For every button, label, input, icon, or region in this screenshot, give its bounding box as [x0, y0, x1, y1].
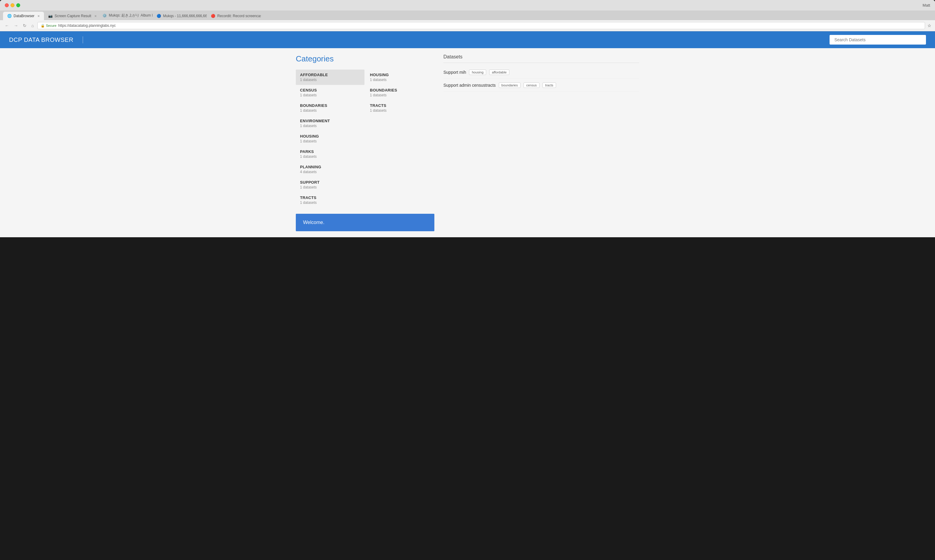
secure-badge: 🔒 Secure [41, 24, 56, 28]
category-count: 1 datasets [370, 93, 430, 97]
tab-mukqs1[interactable]: ⚙️ Mukqs: 起き上がり Album Rev... ✕ [98, 11, 152, 20]
tab-favicon: 🌐 [7, 14, 12, 18]
tab-close-button[interactable]: ✕ [37, 14, 40, 18]
back-button[interactable]: ← [4, 23, 10, 29]
secure-label: Secure [46, 24, 56, 28]
categories-column-right: HOUSING 1 datasets BOUNDARIES 1 datasets… [366, 69, 434, 208]
home-button[interactable]: ⌂ [30, 23, 35, 29]
category-item-boundaries[interactable]: BOUNDARIES 1 datasets [296, 100, 365, 115]
dataset-item-support-admin[interactable]: Support admin censustracts boundaries ce… [444, 79, 639, 92]
category-item-tracts[interactable]: TRACTS 1 datasets [296, 192, 365, 208]
category-name: BOUNDARIES [300, 103, 360, 108]
browser-dots [5, 3, 20, 7]
search-input[interactable] [830, 35, 926, 45]
tab-favicon: 🔵 [157, 14, 161, 18]
categories-grid: AFFORDABLE 1 datasets CENSUS 1 datasets … [296, 69, 434, 208]
category-name: SUPPORT [300, 180, 360, 185]
tab-favicon: ⚙️ [102, 14, 107, 18]
dataset-tag-tracts[interactable]: tracts [542, 83, 556, 88]
dataset-tag-census[interactable]: census [524, 83, 539, 88]
maximize-button[interactable] [16, 3, 20, 7]
tab-mukqs2[interactable]: 🔵 Mukqs - 11,666,666,666,666... ✕ [152, 12, 206, 20]
category-count: 1 datasets [300, 124, 360, 128]
forward-button[interactable]: → [13, 23, 19, 29]
categories-title: Categories [296, 54, 434, 63]
category-count: 1 datasets [300, 154, 360, 158]
category-count: 1 datasets [300, 108, 360, 112]
left-panel: Categories AFFORDABLE 1 datasets CENSUS … [296, 54, 434, 231]
welcome-banner: Welcome. [296, 214, 434, 231]
tab-favicon: 🔴 [211, 14, 216, 18]
address-icons: ☆ [927, 23, 931, 28]
tab-favicon: 📷 [48, 14, 53, 18]
browser-tabs: 🌐 DataBrowser ✕ 📷 Screen Capture Result … [0, 11, 935, 20]
tab-label: Mukqs - 11,666,666,666,666... [163, 14, 206, 18]
category-item-planning[interactable]: PLANNING 4 datasets [296, 162, 365, 177]
category-item-housing[interactable]: HOUSING 1 datasets [296, 131, 365, 146]
right-panel: Datasets Support mih housing affordable … [444, 54, 639, 231]
category-name: HOUSING [300, 134, 360, 138]
category-count: 1 datasets [370, 78, 430, 82]
minimize-button[interactable] [11, 3, 14, 7]
category-count: 1 datasets [300, 185, 360, 189]
category-name: ENVIRONMENT [300, 118, 360, 123]
dataset-tag-affordable[interactable]: affordable [489, 69, 509, 75]
search-box [830, 35, 926, 45]
dataset-tag-housing[interactable]: housing [469, 69, 486, 75]
reload-button[interactable]: ↻ [22, 23, 28, 29]
category-item-census[interactable]: CENSUS 1 datasets [296, 85, 365, 100]
category-name: TRACTS [300, 195, 360, 200]
dataset-name: Support mih [444, 70, 466, 75]
site-title[interactable]: DCP DATA BROWSER [9, 37, 83, 43]
tab-databrowser[interactable]: 🌐 DataBrowser ✕ [3, 12, 44, 20]
category-count: 1 datasets [300, 78, 360, 82]
category-name: CENSUS [300, 88, 360, 92]
category-item-environment[interactable]: ENVIRONMENT 1 datasets [296, 115, 365, 131]
category-count: 4 datasets [300, 170, 360, 174]
category-count: 1 datasets [300, 93, 360, 97]
browser-addressbar: ← → ↻ ⌂ 🔒 Secure https://datacatalog.pla… [0, 20, 935, 31]
tab-label: Screen Capture Result [54, 14, 91, 18]
category-count: 1 datasets [300, 139, 360, 143]
user-name: Matt [923, 3, 930, 8]
close-button[interactable] [5, 3, 9, 7]
tab-recordit[interactable]: 🔴 Recordit: Record screencasts... ✕ [206, 12, 261, 20]
category-item-support[interactable]: SUPPORT 1 datasets [296, 177, 365, 192]
welcome-text: Welcome. [303, 220, 324, 225]
page-wrapper: DCP DATA BROWSER Categories AFFORDABLE 1… [0, 31, 935, 237]
browser-titlebar: Matt [0, 0, 935, 11]
datasets-title: Datasets [444, 54, 639, 63]
category-name: BOUNDARIES [370, 88, 430, 92]
tab-label: Recordit: Record screencasts... [217, 14, 261, 18]
top-nav: DCP DATA BROWSER [0, 31, 935, 48]
category-name: AFFORDABLE [300, 72, 360, 77]
category-name: HOUSING [370, 72, 430, 77]
tab-label: Mukqs: 起き上がり Album Rev... [109, 13, 152, 18]
category-item-boundaries-right[interactable]: BOUNDARIES 1 datasets [366, 85, 434, 100]
category-count: 1 datasets [370, 108, 430, 112]
category-count: 1 datasets [300, 200, 360, 205]
browser-chrome: Matt 🌐 DataBrowser ✕ 📷 Screen Capture Re… [0, 0, 935, 237]
category-name: TRACTS [370, 103, 430, 108]
lock-icon: 🔒 [41, 24, 45, 28]
tab-close-button[interactable]: ✕ [94, 14, 97, 18]
tab-screencapture[interactable]: 📷 Screen Capture Result ✕ [44, 12, 98, 20]
category-item-affordable[interactable]: AFFORDABLE 1 datasets [296, 69, 365, 85]
address-box[interactable]: 🔒 Secure https://datacatalog.planninglab… [37, 22, 925, 29]
address-url: https://datacatalog.planninglabs.nyc [58, 23, 116, 28]
categories-column-left: AFFORDABLE 1 datasets CENSUS 1 datasets … [296, 69, 365, 208]
main-container: Categories AFFORDABLE 1 datasets CENSUS … [287, 48, 648, 237]
bookmark-icon[interactable]: ☆ [927, 23, 931, 28]
dataset-tag-boundaries[interactable]: boundaries [499, 83, 521, 88]
category-name: PLANNING [300, 165, 360, 169]
tab-label: DataBrowser [14, 14, 34, 18]
dataset-name: Support admin censustracts [444, 83, 496, 88]
category-item-tracts-right[interactable]: TRACTS 1 datasets [366, 100, 434, 115]
category-name: PARKS [300, 149, 360, 154]
dataset-item-support-mih[interactable]: Support mih housing affordable [444, 66, 639, 79]
category-item-housing-right[interactable]: HOUSING 1 datasets [366, 69, 434, 85]
category-item-parks[interactable]: PARKS 1 datasets [296, 146, 365, 162]
